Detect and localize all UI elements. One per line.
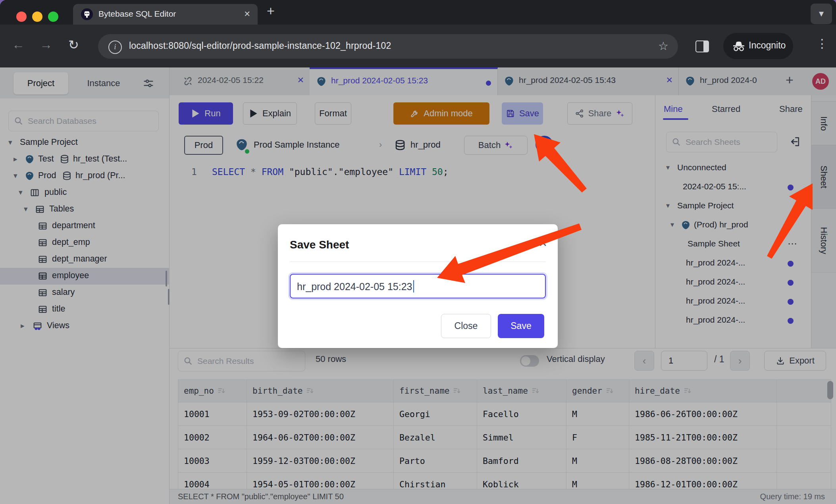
incognito-label: Incognito — [749, 40, 786, 51]
browser-tab[interactable]: Bytebase SQL Editor ✕ — [73, 4, 258, 25]
modal-title: Save Sheet — [290, 239, 349, 251]
incognito-icon — [732, 40, 745, 52]
browser-tab-title: Bytebase SQL Editor — [98, 9, 176, 19]
bookmark-star-icon[interactable]: ☆ — [658, 39, 668, 53]
new-tab-button[interactable]: + — [267, 3, 275, 19]
window-close-button[interactable] — [16, 12, 27, 22]
url-text: localhost:8080/sql-editor/prod-sample-in… — [129, 40, 391, 51]
modal-close-icon[interactable]: ✕ — [538, 237, 547, 250]
modal-close-button[interactable]: Close — [441, 314, 491, 338]
side-panel-icon[interactable] — [695, 40, 709, 52]
tab-overview-button[interactable]: ▾ — [811, 4, 832, 24]
site-info-icon[interactable]: i — [108, 40, 122, 54]
browser-navbar: ← → ↻ i localhost:8080/sql-editor/prod-s… — [0, 25, 836, 67]
reload-button[interactable]: ↻ — [68, 37, 79, 52]
text-caret — [413, 280, 414, 292]
back-button[interactable]: ← — [12, 37, 25, 52]
modal-save-button[interactable]: Save — [498, 314, 544, 338]
browser-tab-close-icon[interactable]: ✕ — [244, 9, 250, 19]
window-minimize-button[interactable] — [32, 12, 42, 22]
browser-window: Bytebase SQL Editor ✕ + ▾ ← → ↻ i localh… — [0, 0, 836, 504]
browser-menu-icon[interactable]: ⋮ — [816, 37, 828, 50]
modal-divider — [290, 262, 546, 262]
window-zoom-button[interactable] — [48, 12, 58, 22]
url-bar[interactable]: i localhost:8080/sql-editor/prod-sample-… — [98, 34, 678, 59]
page-content: Project Instance ▾ Sample Project ▸ Test… — [0, 67, 836, 504]
bytebase-favicon-icon — [81, 8, 93, 20]
sheet-name-input[interactable]: hr_prod 2024-02-05 15:23 — [290, 274, 546, 298]
forward-button[interactable]: → — [40, 37, 52, 52]
screenshot-stage: Bytebase SQL Editor ✕ + ▾ ← → ↻ i localh… — [0, 0, 836, 504]
save-sheet-modal: Save Sheet ✕ hr_prod 2024-02-05 15:23 Cl… — [278, 224, 558, 348]
browser-tab-strip: Bytebase SQL Editor ✕ + ▾ — [0, 0, 836, 25]
incognito-badge: Incognito — [723, 33, 793, 59]
